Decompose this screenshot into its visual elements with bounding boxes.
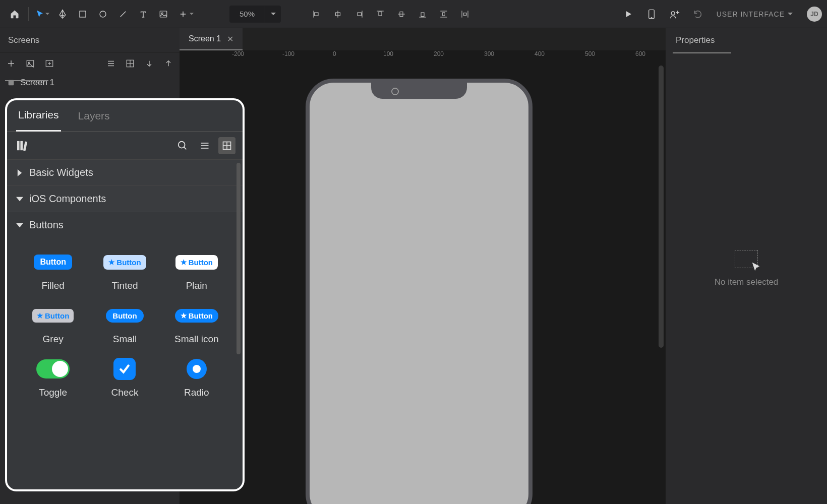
component-plain[interactable]: ★Button Plain (161, 253, 232, 291)
sort-down-button[interactable] (143, 57, 155, 70)
canvas-vertical-scrollbar[interactable] (659, 66, 664, 348)
image-tool[interactable] (154, 5, 173, 24)
pointer-tool[interactable] (33, 5, 52, 24)
play-button[interactable] (619, 5, 638, 24)
component-label: Tinted (111, 280, 138, 291)
tab-libraries[interactable]: Libraries (16, 100, 61, 132)
grid-layout-button[interactable] (218, 137, 235, 154)
ruler-tick: 100 (383, 50, 393, 57)
properties-header[interactable]: Properties (666, 28, 827, 52)
text-tool[interactable] (134, 5, 153, 24)
toolbar-separator (28, 7, 29, 21)
document-tab-label: Screen 1 (189, 34, 221, 43)
search-button[interactable] (174, 137, 191, 154)
home-button[interactable] (5, 5, 24, 24)
selection-cursor-icon (735, 250, 758, 268)
component-grid: Button Filled ★Button Tinted ★Button Pla… (7, 238, 243, 413)
align-vcenter-button[interactable] (392, 5, 411, 24)
svg-rect-0 (80, 11, 86, 17)
button-preview: Button (34, 255, 72, 270)
list-layout-button[interactable] (196, 137, 213, 154)
ellipse-tool[interactable] (93, 5, 112, 24)
star-icon: ★ (108, 258, 115, 266)
add-screen-button[interactable] (5, 57, 17, 70)
button-preview: Button (106, 309, 143, 323)
project-menu[interactable]: USER INTERFACE (712, 7, 798, 21)
ruler-tick: 0 (333, 50, 336, 57)
zoom-control[interactable]: 50% (229, 6, 281, 23)
pen-tool[interactable] (53, 5, 72, 24)
chevron-right-icon (16, 169, 23, 176)
component-filled[interactable]: Button Filled (17, 253, 89, 291)
component-small[interactable]: Button Small (89, 306, 160, 345)
rectangle-tool[interactable] (73, 5, 92, 24)
zoom-value[interactable]: 50% (229, 10, 265, 18)
preview-device-button[interactable] (642, 5, 661, 24)
share-button[interactable] (665, 5, 684, 24)
section-label: iOS Components (29, 193, 106, 205)
screen-list-item[interactable]: Screen 1 (0, 75, 180, 91)
add-image-button[interactable] (24, 57, 36, 70)
component-label: Small (113, 334, 137, 345)
ruler-tick: 300 (484, 50, 494, 57)
undo-button[interactable] (688, 5, 707, 24)
component-grey[interactable]: ★Button Grey (17, 306, 89, 345)
ruler-vertical (180, 50, 192, 57)
screens-tab-underline (5, 80, 48, 81)
component-label: Grey (43, 334, 64, 345)
svg-point-1 (100, 11, 106, 17)
user-avatar[interactable]: JD (807, 7, 822, 22)
section-buttons[interactable]: Buttons (7, 212, 243, 238)
align-top-button[interactable] (371, 5, 390, 24)
section-label: Basic Widgets (29, 167, 93, 178)
star-icon: ★ (181, 311, 187, 320)
svg-rect-12 (358, 13, 362, 16)
ruler-tick: -100 (282, 50, 294, 57)
component-radio[interactable]: Radio (161, 360, 232, 398)
component-small-icon[interactable]: ★Button Small icon (161, 306, 232, 345)
popover-scrollbar[interactable] (237, 163, 241, 354)
ruler-horizontal: -200 -100 0 100 200 300 400 500 600 (192, 50, 666, 65)
svg-rect-32 (27, 60, 34, 67)
svg-rect-47 (20, 141, 23, 150)
button-preview: ★Button (175, 309, 218, 323)
align-left-button[interactable] (307, 5, 326, 24)
star-icon: ★ (37, 311, 43, 320)
sort-up-button[interactable] (162, 57, 174, 70)
close-tab-button[interactable]: ✕ (227, 34, 233, 44)
svg-rect-48 (23, 141, 27, 151)
add-tool[interactable] (174, 5, 198, 24)
svg-rect-18 (421, 13, 424, 17)
component-toggle[interactable]: Toggle (17, 360, 89, 398)
add-frame-button[interactable] (43, 57, 55, 70)
alignment-group (307, 5, 475, 24)
component-check[interactable]: Check (89, 360, 160, 398)
distribute-h-button[interactable] (434, 5, 453, 24)
svg-point-27 (671, 12, 675, 15)
list-view-button[interactable] (105, 57, 117, 70)
top-toolbar: 50% USER INTERFACE JD (0, 0, 827, 28)
radio-preview (187, 359, 207, 379)
document-tab[interactable]: Screen 1 ✕ (180, 28, 243, 50)
button-preview: ★Button (103, 255, 146, 270)
align-bottom-button[interactable] (413, 5, 432, 24)
document-tab-bar: Screen 1 ✕ (180, 28, 666, 50)
chevron-down-icon (16, 196, 23, 203)
align-hcenter-button[interactable] (328, 5, 347, 24)
screen-item-label: Screen 1 (20, 78, 54, 88)
svg-rect-3 (160, 11, 167, 17)
align-right-button[interactable] (349, 5, 369, 24)
section-ios-components[interactable]: iOS Components (7, 186, 243, 212)
grid-view-button[interactable] (124, 57, 136, 70)
line-tool[interactable] (113, 5, 133, 24)
library-manager-button[interactable] (14, 137, 31, 154)
device-frame[interactable] (306, 79, 533, 504)
ruler-tick: 400 (535, 50, 545, 57)
component-tinted[interactable]: ★Button Tinted (89, 253, 160, 291)
screens-header[interactable]: Screens (0, 28, 180, 52)
zoom-dropdown[interactable] (265, 6, 281, 23)
svg-rect-21 (443, 13, 445, 16)
distribute-v-button[interactable] (455, 5, 475, 24)
tab-layers[interactable]: Layers (76, 101, 112, 131)
section-basic-widgets[interactable]: Basic Widgets (7, 160, 243, 186)
